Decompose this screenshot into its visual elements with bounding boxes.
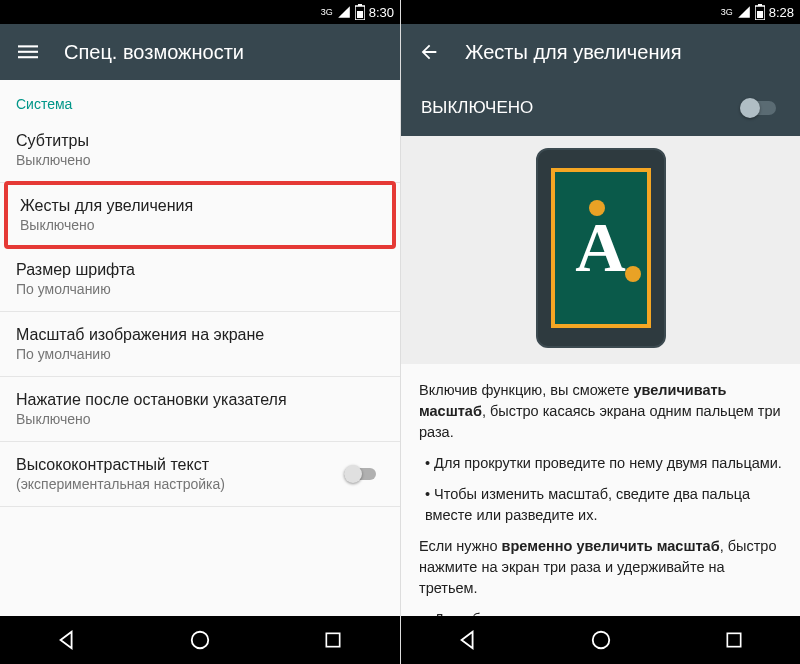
desc-bullet: • Для прокрутки проведите по нему двумя … bbox=[419, 453, 782, 474]
screen-magnification-detail: 3G 8:28 Жесты для увеличения ВЫКЛЮЧЕНО A bbox=[400, 0, 800, 664]
app-bar: Спец. возможности bbox=[0, 24, 400, 80]
illus-letter: A bbox=[575, 208, 626, 288]
item-title: Масштаб изображения на экране bbox=[16, 326, 384, 344]
clock: 8:28 bbox=[769, 5, 794, 20]
navigation-bar bbox=[0, 616, 400, 664]
svg-rect-5 bbox=[18, 56, 38, 58]
item-title: Субтитры bbox=[16, 132, 384, 150]
svg-rect-7 bbox=[327, 633, 340, 646]
recent-button[interactable] bbox=[720, 626, 748, 654]
desc-para-2: Если нужно временно увеличить масштаб, б… bbox=[419, 536, 782, 599]
item-subtitle: По умолчанию bbox=[16, 346, 384, 362]
touch-dot-icon bbox=[625, 266, 641, 282]
item-font-size[interactable]: Размер шрифта По умолчанию bbox=[0, 247, 400, 312]
status-bar: 3G 8:30 bbox=[0, 0, 400, 24]
item-subtitle: По умолчанию bbox=[16, 281, 384, 297]
desc-bullet: • Чтобы изменить масштаб, сведите два па… bbox=[419, 484, 782, 526]
item-subtitle: Выключено bbox=[16, 152, 384, 168]
svg-rect-2 bbox=[357, 11, 363, 18]
back-button[interactable] bbox=[454, 626, 482, 654]
item-title: Размер шрифта bbox=[16, 261, 384, 279]
illustration: A bbox=[401, 136, 800, 364]
item-subtitle: Выключено bbox=[16, 411, 384, 427]
item-subtitles[interactable]: Субтитры Выключено bbox=[0, 118, 400, 183]
item-title: Нажатие после остановки указателя bbox=[16, 391, 384, 409]
phone-graphic: A bbox=[536, 148, 666, 348]
item-click-after-pointer-stop[interactable]: Нажатие после остановки указателя Выключ… bbox=[0, 377, 400, 442]
settings-list: Система Субтитры Выключено Жесты для уве… bbox=[0, 80, 400, 616]
toggle-bar: ВЫКЛЮЧЕНО bbox=[401, 80, 800, 136]
signal-icon bbox=[337, 5, 351, 19]
svg-point-11 bbox=[592, 632, 609, 649]
item-magnification-gestures[interactable]: Жесты для увеличения Выключено bbox=[4, 181, 396, 249]
svg-rect-12 bbox=[727, 633, 740, 646]
high-contrast-toggle[interactable] bbox=[344, 463, 384, 485]
item-display-size[interactable]: Масштаб изображения на экране По умолчан… bbox=[0, 312, 400, 377]
battery-icon bbox=[755, 4, 765, 20]
section-header: Система bbox=[0, 80, 400, 118]
desc-bullet: • Для обзора проводите по экрану. bbox=[419, 609, 782, 616]
item-subtitle: (экспериментальная настройка) bbox=[16, 476, 332, 492]
item-title: Жесты для увеличения bbox=[20, 197, 380, 215]
battery-icon bbox=[355, 4, 365, 20]
item-title: Высококонтрастный текст bbox=[16, 456, 332, 474]
toggle-label: ВЫКЛЮЧЕНО bbox=[421, 98, 533, 118]
navigation-bar bbox=[401, 616, 800, 664]
network-label: 3G bbox=[721, 8, 733, 17]
touch-dot-icon bbox=[589, 200, 605, 216]
clock: 8:30 bbox=[369, 5, 394, 20]
description-text: Включив функцию, вы сможете увеличивать … bbox=[401, 364, 800, 616]
svg-rect-3 bbox=[18, 45, 38, 47]
home-button[interactable] bbox=[186, 626, 214, 654]
magnification-toggle[interactable] bbox=[740, 97, 780, 119]
item-high-contrast-text[interactable]: Высококонтрастный текст (экспериментальн… bbox=[0, 442, 400, 507]
recent-button[interactable] bbox=[319, 626, 347, 654]
page-title: Жесты для увеличения bbox=[465, 41, 681, 64]
home-button[interactable] bbox=[587, 626, 615, 654]
item-subtitle: Выключено bbox=[20, 217, 380, 233]
page-title: Спец. возможности bbox=[64, 41, 244, 64]
svg-rect-4 bbox=[18, 51, 38, 53]
status-bar: 3G 8:28 bbox=[401, 0, 800, 24]
detail-content: A Включив функцию, вы сможете увеличиват… bbox=[401, 136, 800, 616]
back-icon[interactable] bbox=[417, 40, 441, 64]
svg-rect-10 bbox=[757, 11, 763, 18]
screen-accessibility: 3G 8:30 Спец. возможности Система Субтит… bbox=[0, 0, 400, 664]
hamburger-icon[interactable] bbox=[16, 40, 40, 64]
back-button[interactable] bbox=[53, 626, 81, 654]
signal-icon bbox=[737, 5, 751, 19]
app-bar: Жесты для увеличения bbox=[401, 24, 800, 80]
desc-para-1: Включив функцию, вы сможете увеличивать … bbox=[419, 380, 782, 443]
svg-point-6 bbox=[192, 632, 209, 649]
network-label: 3G bbox=[321, 8, 333, 17]
